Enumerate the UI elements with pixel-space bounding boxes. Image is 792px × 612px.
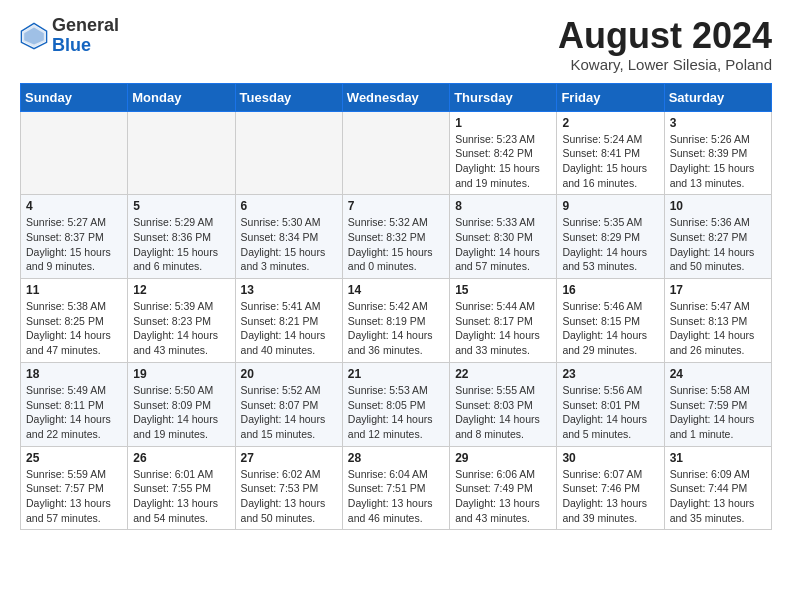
day-info: Sunrise: 5:59 AMSunset: 7:57 PMDaylight:… [26,467,122,526]
calendar-header-friday: Friday [557,83,664,111]
calendar-day-cell: 8Sunrise: 5:33 AMSunset: 8:30 PMDaylight… [450,195,557,279]
calendar-day-cell: 7Sunrise: 5:32 AMSunset: 8:32 PMDaylight… [342,195,449,279]
day-info: Sunrise: 5:38 AMSunset: 8:25 PMDaylight:… [26,299,122,358]
calendar-day-cell: 28Sunrise: 6:04 AMSunset: 7:51 PMDayligh… [342,446,449,530]
day-info: Sunrise: 6:02 AMSunset: 7:53 PMDaylight:… [241,467,337,526]
calendar-day-cell: 31Sunrise: 6:09 AMSunset: 7:44 PMDayligh… [664,446,771,530]
day-number: 5 [133,199,229,213]
title-block: August 2024 Kowary, Lower Silesia, Polan… [558,16,772,73]
page-header: General Blue August 2024 Kowary, Lower S… [20,16,772,73]
day-number: 4 [26,199,122,213]
day-info: Sunrise: 5:36 AMSunset: 8:27 PMDaylight:… [670,215,766,274]
day-number: 3 [670,116,766,130]
day-number: 24 [670,367,766,381]
calendar-day-cell: 18Sunrise: 5:49 AMSunset: 8:11 PMDayligh… [21,362,128,446]
calendar-header-tuesday: Tuesday [235,83,342,111]
calendar-day-cell: 30Sunrise: 6:07 AMSunset: 7:46 PMDayligh… [557,446,664,530]
calendar-day-cell: 29Sunrise: 6:06 AMSunset: 7:49 PMDayligh… [450,446,557,530]
logo-blue: Blue [52,35,91,55]
day-info: Sunrise: 5:44 AMSunset: 8:17 PMDaylight:… [455,299,551,358]
calendar-day-cell: 4Sunrise: 5:27 AMSunset: 8:37 PMDaylight… [21,195,128,279]
day-number: 9 [562,199,658,213]
day-info: Sunrise: 5:47 AMSunset: 8:13 PMDaylight:… [670,299,766,358]
calendar-day-cell: 3Sunrise: 5:26 AMSunset: 8:39 PMDaylight… [664,111,771,195]
day-number: 30 [562,451,658,465]
day-info: Sunrise: 5:58 AMSunset: 7:59 PMDaylight:… [670,383,766,442]
calendar-header-monday: Monday [128,83,235,111]
calendar-header-thursday: Thursday [450,83,557,111]
day-number: 17 [670,283,766,297]
day-number: 14 [348,283,444,297]
calendar-day-cell: 12Sunrise: 5:39 AMSunset: 8:23 PMDayligh… [128,279,235,363]
calendar-day-cell: 17Sunrise: 5:47 AMSunset: 8:13 PMDayligh… [664,279,771,363]
day-number: 6 [241,199,337,213]
day-number: 1 [455,116,551,130]
day-number: 16 [562,283,658,297]
day-info: Sunrise: 5:24 AMSunset: 8:41 PMDaylight:… [562,132,658,191]
day-info: Sunrise: 6:06 AMSunset: 7:49 PMDaylight:… [455,467,551,526]
calendar-day-cell: 16Sunrise: 5:46 AMSunset: 8:15 PMDayligh… [557,279,664,363]
location: Kowary, Lower Silesia, Poland [558,56,772,73]
day-info: Sunrise: 5:35 AMSunset: 8:29 PMDaylight:… [562,215,658,274]
calendar-day-cell: 10Sunrise: 5:36 AMSunset: 8:27 PMDayligh… [664,195,771,279]
calendar-day-cell: 20Sunrise: 5:52 AMSunset: 8:07 PMDayligh… [235,362,342,446]
day-info: Sunrise: 5:42 AMSunset: 8:19 PMDaylight:… [348,299,444,358]
day-number: 11 [26,283,122,297]
day-number: 8 [455,199,551,213]
logo-text: General Blue [52,16,119,56]
calendar-day-cell: 24Sunrise: 5:58 AMSunset: 7:59 PMDayligh… [664,362,771,446]
day-number: 29 [455,451,551,465]
logo: General Blue [20,16,119,56]
day-number: 2 [562,116,658,130]
day-number: 21 [348,367,444,381]
calendar-day-cell: 23Sunrise: 5:56 AMSunset: 8:01 PMDayligh… [557,362,664,446]
day-info: Sunrise: 5:55 AMSunset: 8:03 PMDaylight:… [455,383,551,442]
calendar-day-cell [21,111,128,195]
calendar-day-cell: 14Sunrise: 5:42 AMSunset: 8:19 PMDayligh… [342,279,449,363]
day-info: Sunrise: 5:53 AMSunset: 8:05 PMDaylight:… [348,383,444,442]
day-info: Sunrise: 5:26 AMSunset: 8:39 PMDaylight:… [670,132,766,191]
day-info: Sunrise: 6:01 AMSunset: 7:55 PMDaylight:… [133,467,229,526]
calendar-day-cell: 5Sunrise: 5:29 AMSunset: 8:36 PMDaylight… [128,195,235,279]
calendar-week-row: 25Sunrise: 5:59 AMSunset: 7:57 PMDayligh… [21,446,772,530]
calendar-day-cell: 15Sunrise: 5:44 AMSunset: 8:17 PMDayligh… [450,279,557,363]
calendar-header-sunday: Sunday [21,83,128,111]
calendar-header-row: SundayMondayTuesdayWednesdayThursdayFrid… [21,83,772,111]
day-info: Sunrise: 5:33 AMSunset: 8:30 PMDaylight:… [455,215,551,274]
day-number: 15 [455,283,551,297]
calendar-day-cell: 26Sunrise: 6:01 AMSunset: 7:55 PMDayligh… [128,446,235,530]
day-number: 31 [670,451,766,465]
day-number: 26 [133,451,229,465]
calendar-week-row: 18Sunrise: 5:49 AMSunset: 8:11 PMDayligh… [21,362,772,446]
day-info: Sunrise: 5:52 AMSunset: 8:07 PMDaylight:… [241,383,337,442]
day-info: Sunrise: 6:09 AMSunset: 7:44 PMDaylight:… [670,467,766,526]
calendar-table: SundayMondayTuesdayWednesdayThursdayFrid… [20,83,772,531]
day-info: Sunrise: 5:27 AMSunset: 8:37 PMDaylight:… [26,215,122,274]
day-number: 13 [241,283,337,297]
day-info: Sunrise: 5:50 AMSunset: 8:09 PMDaylight:… [133,383,229,442]
calendar-day-cell [235,111,342,195]
calendar-week-row: 4Sunrise: 5:27 AMSunset: 8:37 PMDaylight… [21,195,772,279]
day-number: 10 [670,199,766,213]
calendar-day-cell: 13Sunrise: 5:41 AMSunset: 8:21 PMDayligh… [235,279,342,363]
logo-general: General [52,15,119,35]
day-info: Sunrise: 6:07 AMSunset: 7:46 PMDaylight:… [562,467,658,526]
day-number: 28 [348,451,444,465]
calendar-day-cell: 6Sunrise: 5:30 AMSunset: 8:34 PMDaylight… [235,195,342,279]
logo-icon [20,22,48,50]
calendar-day-cell: 22Sunrise: 5:55 AMSunset: 8:03 PMDayligh… [450,362,557,446]
day-info: Sunrise: 5:29 AMSunset: 8:36 PMDaylight:… [133,215,229,274]
calendar-day-cell: 27Sunrise: 6:02 AMSunset: 7:53 PMDayligh… [235,446,342,530]
day-info: Sunrise: 5:56 AMSunset: 8:01 PMDaylight:… [562,383,658,442]
month-year: August 2024 [558,16,772,56]
calendar-week-row: 1Sunrise: 5:23 AMSunset: 8:42 PMDaylight… [21,111,772,195]
calendar-day-cell: 21Sunrise: 5:53 AMSunset: 8:05 PMDayligh… [342,362,449,446]
calendar-day-cell: 11Sunrise: 5:38 AMSunset: 8:25 PMDayligh… [21,279,128,363]
calendar-day-cell: 25Sunrise: 5:59 AMSunset: 7:57 PMDayligh… [21,446,128,530]
day-info: Sunrise: 5:49 AMSunset: 8:11 PMDaylight:… [26,383,122,442]
day-number: 18 [26,367,122,381]
calendar-day-cell: 2Sunrise: 5:24 AMSunset: 8:41 PMDaylight… [557,111,664,195]
calendar-day-cell [342,111,449,195]
calendar-day-cell: 9Sunrise: 5:35 AMSunset: 8:29 PMDaylight… [557,195,664,279]
calendar-header-saturday: Saturday [664,83,771,111]
